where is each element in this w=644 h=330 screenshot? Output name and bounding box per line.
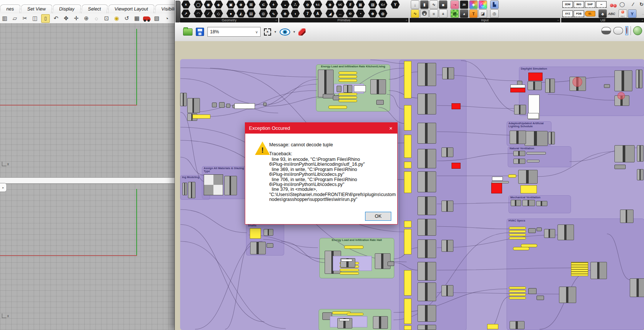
gh-ribbon-icon[interactable]: ◕ [460,9,468,18]
component-ypanel[interactable] [404,162,411,168]
component-comp[interactable] [630,278,644,297]
component-comp[interactable] [522,200,535,206]
component-ypanel[interactable] [404,105,411,131]
component-ypanel[interactable] [520,185,537,193]
ribbon-section-label[interactable]: Util+ [561,18,644,22]
component-comp[interactable] [514,105,526,114]
component-err[interactable] [491,183,502,193]
component-ypanel[interactable] [487,324,498,329]
component-slider[interactable] [340,269,359,271]
gh-ribbon-icon[interactable]: SHP [585,1,595,8]
component-comp[interactable] [544,229,555,238]
gh-ribbon-icon[interactable]: ⊂ [259,0,268,9]
component-node[interactable] [219,102,225,108]
component-comp[interactable] [513,151,525,156]
gh-ribbon-icon[interactable]: 7 [303,9,312,18]
gh-ribbon-icon[interactable]: ■ [439,0,447,9]
gh-ribbon-icon[interactable]: ● [226,9,236,18]
component-slider[interactable] [509,233,526,236]
component-ypanel[interactable] [250,228,261,239]
gh-ribbon-icon[interactable]: ↓ [411,0,419,9]
component-ypanel[interactable] [404,270,411,296]
dialog-titlebar[interactable]: Exception Occured [245,123,397,134]
component-gbar[interactable] [527,160,540,162]
component-comp[interactable] [441,240,453,252]
menu-tab-set-view[interactable]: Set View [21,4,53,13]
component-comp[interactable] [417,196,436,215]
ok-button[interactable]: OK [365,212,391,221]
component-slider[interactable] [338,100,357,102]
zoom-extents-icon[interactable]: × [264,28,271,36]
gh-ribbon-icon[interactable]: ↻ [638,0,644,8]
gh-ribbon-icon[interactable]: ◈ [469,0,478,9]
gh-ribbon-icon[interactable]: Y [628,9,637,18]
component-slider[interactable] [338,93,357,95]
gh-ribbon-icon[interactable]: ◖ [291,9,300,18]
gh-ribbon-icon[interactable]: ▨ [368,0,377,9]
component-comp[interactable] [510,131,526,144]
zoom-level-dropdown[interactable]: 18% ∨ [207,27,261,37]
gh-ribbon-icon[interactable]: ▦ [450,9,459,18]
component-comp[interactable] [441,201,453,212]
copy-icon[interactable]: ◫ [31,15,39,22]
gh-ribbon-icon[interactable]: ◯ [194,0,203,9]
gh-ribbon-icon[interactable]: ◎ [259,9,268,18]
component-slider[interactable] [509,237,526,239]
gh-ribbon-icon[interactable]: ID. [585,11,595,16]
gh-ribbon-icon[interactable]: ∿ [411,9,419,18]
component-comp[interactable] [441,285,453,296]
zoom-extents-caret-icon[interactable]: ▾ [274,30,276,34]
gh-ribbon-icon[interactable]: ⊕ [368,9,377,18]
cut-icon[interactable]: ✂ [21,15,29,22]
pan-icon[interactable]: ✥ [62,15,70,22]
gh-ribbon-icon[interactable]: ▤ [246,9,256,18]
gh-ribbon-icon[interactable]: # [346,0,355,9]
component-comp[interactable] [548,132,555,144]
component-slider[interactable] [508,174,516,178]
gh-ribbon-icon[interactable]: ▣ [226,0,236,9]
gh-ribbon-icon[interactable]: ▙ [490,0,499,9]
zoom-extents-icon[interactable]: ⊡ [103,15,110,22]
viewport-tab[interactable]: ▸ [0,183,7,192]
gh-ribbon-icon[interactable]: ◠ [194,9,203,18]
gh-ribbon-icon[interactable]: Y [391,0,400,9]
preview-shaded-selected[interactable] [625,26,628,35]
preview-wireframe-icon[interactable] [613,27,623,34]
cplane-icon[interactable]: ◔ [163,15,171,22]
component-comp[interactable] [373,316,388,329]
gh-ribbon-icon[interactable]: ∴ [291,0,300,9]
component-ypanel[interactable] [192,114,210,119]
component-comp[interactable] [511,200,521,206]
gh-ribbon-icon[interactable]: ◯ [479,0,487,9]
component-slider[interactable] [338,75,357,78]
gh-ribbon-icon[interactable]: + [269,0,278,9]
menu-tab-viewport-layout[interactable]: Viewport Layout [108,4,155,13]
gh-ribbon-icon[interactable]: ▮ [420,0,429,9]
component-node[interactable] [614,165,626,169]
component-comp[interactable] [558,224,574,240]
component-node[interactable] [267,243,273,248]
component-slider[interactable] [513,247,529,250]
component-comp[interactable] [417,282,436,301]
preview-caret-icon[interactable]: ▾ [294,30,295,34]
gh-ribbon-icon[interactable] [610,0,617,8]
gh-ribbon-icon[interactable]: ↗ [181,9,191,18]
component-comp[interactable] [182,183,187,195]
rhino-viewport-area[interactable]: x ▸ x [0,23,174,330]
component-comp[interactable] [250,242,266,254]
gh-ribbon-icon[interactable]: ◈ [214,0,223,9]
component-wpanel[interactable] [510,85,525,88]
component-node[interactable] [528,228,536,233]
component-ypanel[interactable] [404,61,411,98]
component-slider[interactable] [509,227,526,229]
gh-ribbon-icon[interactable]: ● [420,9,429,18]
component-comp[interactable] [620,210,634,223]
component-ypanel[interactable] [404,135,411,158]
gh-ribbon-icon[interactable]: × [181,0,191,9]
gh-ribbon-icon[interactable]: XYZ [562,10,573,17]
component-comp[interactable] [417,219,436,236]
gh-ribbon-icon[interactable]: ◢ [325,9,335,18]
component-err[interactable] [528,73,543,81]
gh-ribbon-icon[interactable]: REC [619,9,627,18]
component-ypanel[interactable] [404,229,411,254]
